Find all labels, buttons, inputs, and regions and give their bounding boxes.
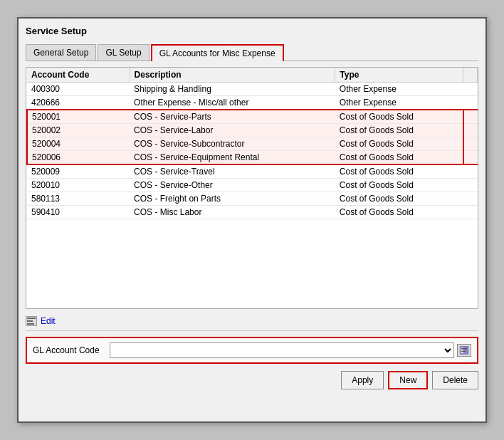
tab-gl-setup[interactable]: GL Setup	[98, 44, 149, 61]
cell-extra	[463, 137, 478, 151]
col-extra	[463, 68, 478, 83]
table-row[interactable]: 520001COS - Service-PartsCost of Goods S…	[27, 110, 478, 124]
cell-account-code: 520006	[27, 151, 130, 165]
button-row: Apply New Delete	[26, 371, 478, 389]
cell-type: Cost of Goods Sold	[335, 192, 463, 206]
cell-type: Cost of Goods Sold	[335, 179, 463, 192]
cell-type: Cost of Goods Sold	[335, 206, 463, 219]
col-description: Description	[130, 68, 335, 83]
tab-bar: General Setup GL Setup GL Accounts for M…	[26, 43, 478, 61]
cell-type: Cost of Goods Sold	[335, 110, 463, 124]
cell-type: Other Expense	[335, 96, 463, 110]
delete-button[interactable]: Delete	[432, 371, 478, 389]
edit-icon	[26, 316, 37, 326]
svg-rect-5	[461, 348, 467, 349]
cell-account-code: 580113	[27, 192, 130, 206]
table-row[interactable]: 520009COS - Service-TravelCost of Goods …	[27, 164, 478, 179]
table-row[interactable]: 590410COS - Misc LaborCost of Goods Sold	[27, 206, 478, 219]
tab-general[interactable]: General Setup	[26, 44, 96, 61]
new-button[interactable]: New	[388, 371, 428, 389]
col-account-code: Account Code	[27, 68, 130, 83]
tab-misc-expense[interactable]: GL Accounts for Misc Expense	[151, 44, 284, 61]
cell-extra	[463, 206, 478, 219]
account-table-area: Account Code Description Type 400300Ship…	[26, 67, 478, 309]
svg-rect-7	[461, 351, 466, 352]
gl-account-form-row: GL Account Code	[26, 337, 478, 364]
svg-rect-0	[27, 318, 36, 319]
col-type: Type	[335, 68, 463, 83]
cell-account-code: 590410	[27, 206, 130, 219]
cell-description: COS - Misc Labor	[130, 206, 335, 219]
gl-account-dropdown[interactable]	[110, 342, 454, 358]
cell-type: Cost of Goods Sold	[335, 124, 463, 137]
table-header-row: Account Code Description Type	[27, 68, 478, 83]
table-row[interactable]: 520004COS - Service-SubcontractorCost of…	[27, 137, 478, 151]
cell-extra	[463, 83, 478, 96]
cell-description: COS - Service-Equipment Rental	[130, 151, 335, 165]
cell-type: Other Expense	[335, 83, 463, 96]
cell-type: Cost of Goods Sold	[335, 151, 463, 165]
table-row[interactable]: 520002COS - Service-LaborCost of Goods S…	[27, 124, 478, 137]
cell-account-code: 400300	[27, 83, 130, 96]
cell-description: COS - Service-Travel	[130, 164, 335, 179]
bottom-section: Edit GL Account Code	[26, 316, 478, 389]
dropdown-container	[110, 342, 471, 358]
cell-account-code: 420666	[27, 96, 130, 110]
cell-extra	[463, 179, 478, 192]
gl-account-label: GL Account Code	[33, 345, 104, 355]
cell-description: Shipping & Handling	[130, 83, 335, 96]
svg-rect-6	[461, 350, 467, 350]
cell-extra	[463, 192, 478, 206]
service-setup-window: Service Setup General Setup GL Setup GL …	[17, 17, 487, 423]
account-table: Account Code Description Type 400300Ship…	[26, 68, 478, 219]
cell-extra	[463, 96, 478, 110]
cell-account-code: 520009	[27, 164, 130, 179]
cell-description: COS - Service-Labor	[130, 124, 335, 137]
table-row[interactable]: 520010COS - Service-OtherCost of Goods S…	[27, 179, 478, 192]
table-row[interactable]: 400300Shipping & HandlingOther Expense	[27, 83, 478, 96]
apply-button[interactable]: Apply	[341, 371, 384, 389]
cell-extra	[463, 110, 478, 124]
edit-bar: Edit	[26, 316, 478, 331]
window-title: Service Setup	[26, 26, 478, 36]
edit-link[interactable]: Edit	[41, 316, 56, 326]
cell-description: COS - Freight on Parts	[130, 192, 335, 206]
cell-account-code: 520002	[27, 124, 130, 137]
cell-extra	[463, 151, 478, 165]
book-lookup-icon[interactable]	[457, 344, 471, 357]
table-body: 400300Shipping & HandlingOther Expense42…	[27, 83, 478, 219]
cell-account-code: 520001	[27, 110, 130, 124]
cell-description: COS - Service-Subcontractor	[130, 137, 335, 151]
cell-type: Cost of Goods Sold	[335, 164, 463, 179]
cell-extra	[463, 124, 478, 137]
cell-account-code: 520010	[27, 179, 130, 192]
cell-account-code: 520004	[27, 137, 130, 151]
svg-rect-2	[27, 323, 34, 325]
cell-type: Cost of Goods Sold	[335, 137, 463, 151]
table-row[interactable]: 520006COS - Service-Equipment RentalCost…	[27, 151, 478, 165]
cell-description: Other Expense - Misc/all other	[130, 96, 335, 110]
table-row[interactable]: 580113COS - Freight on PartsCost of Good…	[27, 192, 478, 206]
cell-description: COS - Service-Other	[130, 179, 335, 192]
svg-rect-1	[27, 320, 33, 322]
cell-description: COS - Service-Parts	[130, 110, 335, 124]
cell-extra	[463, 164, 478, 179]
table-row[interactable]: 420666Other Expense - Misc/all otherOthe…	[27, 96, 478, 110]
